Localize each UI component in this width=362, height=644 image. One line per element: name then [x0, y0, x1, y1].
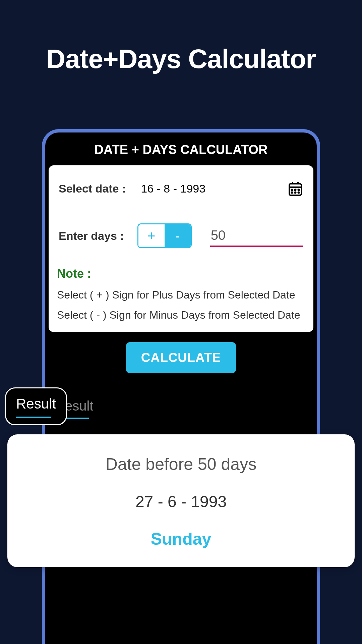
plus-toggle-button[interactable]: + [138, 224, 165, 247]
days-input[interactable] [210, 225, 303, 247]
calendar-icon[interactable] [287, 180, 303, 197]
svg-point-8 [295, 192, 296, 193]
input-card: Select date : 16 - 8 - 1993 [49, 165, 313, 332]
app-header: DATE + DAYS CALCULATOR [45, 132, 317, 165]
result-card: Date before 50 days 27 - 6 - 1993 Sunday [7, 434, 355, 567]
note-minus-text: Select ( - ) Sign for Minus Days from Se… [57, 308, 305, 322]
result-badge-underline [16, 417, 51, 418]
svg-point-4 [291, 189, 292, 190]
note-plus-text: Select ( + ) Sign for Plus Days from Sel… [57, 288, 305, 302]
result-date: 27 - 6 - 1993 [17, 492, 345, 511]
svg-point-9 [298, 192, 299, 193]
result-label-background: Result [55, 398, 317, 414]
page-title: Date+Days Calculator [0, 0, 362, 74]
svg-point-6 [298, 189, 299, 190]
sign-toggle-group: + - [137, 223, 192, 248]
days-row: Enter days : + - [57, 223, 305, 248]
result-day: Sunday [17, 529, 345, 549]
date-row: Select date : 16 - 8 - 1993 [57, 180, 305, 197]
days-input-wrap [210, 225, 303, 247]
calculate-button[interactable]: CALCULATE [126, 342, 236, 373]
selected-date-value: 16 - 8 - 1993 [141, 182, 205, 195]
result-badge: Result [5, 387, 67, 425]
note-section: Note : Select ( + ) Sign for Plus Days f… [57, 267, 305, 322]
result-title: Date before 50 days [17, 454, 345, 474]
result-badge-label: Result [16, 396, 56, 412]
enter-days-label: Enter days : [59, 229, 124, 243]
svg-point-7 [291, 192, 292, 193]
date-left: Select date : 16 - 8 - 1993 [59, 182, 205, 195]
select-date-label: Select date : [59, 182, 126, 195]
svg-point-5 [295, 189, 296, 190]
minus-toggle-button[interactable]: - [165, 224, 191, 247]
note-label: Note : [57, 267, 305, 281]
